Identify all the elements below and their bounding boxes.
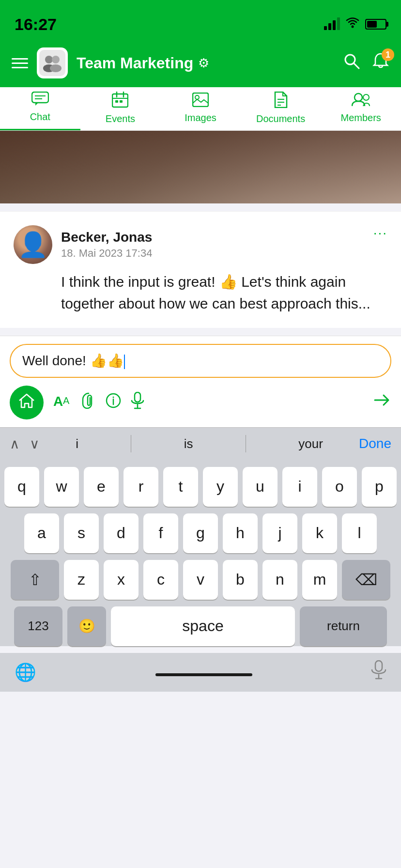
message-container: Becker, Jonas 18. Mai 2023 17:34 ··· I t… [0, 211, 401, 328]
image-preview [0, 131, 401, 203]
images-tab-icon [192, 93, 209, 110]
suggestion-1[interactable]: i [76, 436, 78, 451]
key-s[interactable]: s [64, 513, 99, 553]
attachment-icon[interactable] [81, 392, 96, 413]
notification-bell-icon[interactable]: 1 [372, 52, 389, 74]
home-button[interactable] [10, 386, 44, 419]
key-x[interactable]: x [104, 560, 139, 600]
key-j[interactable]: j [262, 513, 297, 553]
key-z[interactable]: z [64, 560, 99, 600]
up-arrow-button[interactable]: ∧ [10, 436, 20, 452]
message-input-box[interactable]: Well done! 👍👍 [10, 344, 391, 378]
space-key[interactable]: space [111, 606, 295, 646]
wifi-icon [346, 17, 359, 31]
return-key[interactable]: return [300, 606, 387, 646]
group-name-text: Team Marketing [77, 54, 193, 72]
tab-chat[interactable]: Chat [0, 87, 80, 130]
signal-bars-icon [324, 18, 340, 30]
divider-1 [0, 203, 401, 211]
message-timestamp: 18. Mai 2023 17:34 [61, 247, 152, 260]
svg-point-28 [113, 396, 114, 398]
settings-icon[interactable]: ⚙ [198, 56, 209, 71]
key-n[interactable]: n [262, 560, 297, 600]
microphone-icon[interactable] [131, 392, 144, 413]
svg-point-0 [352, 26, 354, 28]
autocomplete-suggestions: i is your [40, 435, 359, 452]
key-m[interactable]: m [302, 560, 337, 600]
info-icon[interactable] [106, 393, 121, 412]
globe-icon[interactable]: 🌐 [15, 662, 36, 682]
shift-key[interactable]: ⇧ [11, 560, 59, 600]
keyboard-row-4: 123 🙂 space return [4, 606, 397, 646]
key-p[interactable]: p [362, 467, 397, 507]
group-avatar [37, 47, 68, 78]
suggestion-2[interactable]: is [184, 436, 193, 451]
events-tab-label: Events [106, 113, 135, 124]
key-f[interactable]: f [143, 513, 178, 553]
key-d[interactable]: d [104, 513, 139, 553]
svg-text:A: A [53, 394, 63, 408]
key-h[interactable]: h [223, 513, 258, 553]
keyboard-bottom: 🌐 [0, 653, 401, 692]
key-b[interactable]: b [223, 560, 258, 600]
images-tab-label: Images [185, 112, 216, 124]
keyboard-row-2: a s d f g h j k l [4, 513, 397, 553]
delete-key[interactable]: ⌫ [342, 560, 390, 600]
autocomplete-bar: ∧ ∨ i is your Done [0, 427, 401, 460]
svg-line-7 [354, 63, 359, 68]
key-t[interactable]: t [163, 467, 198, 507]
divider-2 [0, 328, 401, 336]
keyboard-row-3: ⇧ z x c v b n m ⌫ [4, 560, 397, 600]
hamburger-menu-icon[interactable] [12, 58, 28, 68]
key-a[interactable]: a [24, 513, 59, 553]
key-y[interactable]: y [203, 467, 238, 507]
key-k[interactable]: k [302, 513, 337, 553]
key-w[interactable]: w [44, 467, 79, 507]
svg-rect-29 [135, 392, 140, 402]
members-tab-icon [352, 93, 370, 110]
key-o[interactable]: o [322, 467, 357, 507]
events-tab-icon [112, 92, 128, 111]
message-input-text[interactable]: Well done! 👍👍 [22, 353, 379, 369]
key-v[interactable]: v [183, 560, 218, 600]
key-r[interactable]: r [123, 467, 158, 507]
key-l[interactable]: l [342, 513, 377, 553]
key-i[interactable]: i [282, 467, 317, 507]
tab-bar: Chat Events Images [0, 87, 401, 131]
members-tab-label: Members [340, 112, 381, 124]
status-bar: 16:27 [0, 0, 401, 39]
header-left: Team Marketing ⚙ [12, 47, 209, 78]
message-author-row: Becker, Jonas 18. Mai 2023 17:34 [14, 225, 152, 264]
done-button[interactable]: Done [359, 436, 391, 451]
key-c[interactable]: c [143, 560, 178, 600]
search-icon[interactable] [343, 52, 360, 74]
tab-images[interactable]: Images [160, 87, 241, 130]
key-g[interactable]: g [183, 513, 218, 553]
notification-badge: 1 [382, 48, 394, 61]
tab-documents[interactable]: Documents [241, 87, 321, 130]
suggestion-divider-1 [131, 435, 131, 452]
key-e[interactable]: e [84, 467, 119, 507]
keyboard-mic-icon[interactable] [371, 660, 386, 684]
chat-tab-label: Chat [30, 111, 50, 123]
more-options-icon[interactable]: ··· [373, 225, 387, 241]
home-button-icon [18, 393, 35, 412]
suggestion-3[interactable]: your [298, 436, 323, 451]
tab-members[interactable]: Members [321, 87, 401, 130]
svg-rect-1 [39, 50, 65, 76]
author-name: Becker, Jonas [61, 230, 152, 245]
home-indicator [155, 673, 252, 676]
font-size-icon[interactable]: A A [53, 393, 72, 412]
battery-icon [365, 19, 386, 30]
avatar [14, 225, 52, 264]
down-arrow-button[interactable]: ∨ [30, 436, 40, 452]
message-meta: Becker, Jonas 18. Mai 2023 17:34 [61, 230, 152, 260]
emoji-key[interactable]: 🙂 [67, 606, 106, 646]
key-u[interactable]: u [243, 467, 278, 507]
tab-events[interactable]: Events [80, 87, 161, 130]
send-button[interactable] [372, 391, 391, 413]
key-q[interactable]: q [4, 467, 39, 507]
keyboard: q w e r t y u i o p a s d f g h j k l ⇧ … [0, 460, 401, 646]
svg-point-23 [363, 94, 369, 100]
numeric-key[interactable]: 123 [14, 606, 62, 646]
